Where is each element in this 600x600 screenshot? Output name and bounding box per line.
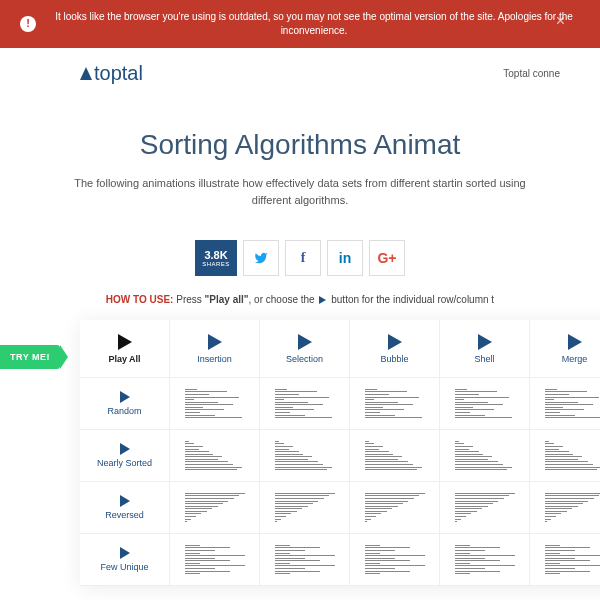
share-twitter-button[interactable] [243,240,279,276]
column-insertion-button[interactable]: Insertion [170,320,260,378]
hero-section: Sorting Algorithms Animat The following … [0,94,600,218]
share-count-box: 3.8K SHARES [195,240,237,276]
bars-icon [455,438,515,473]
toptal-logo[interactable]: toptal [80,62,143,85]
anim-random-insertion[interactable] [170,378,260,430]
column-selection-button[interactable]: Selection [260,320,350,378]
play-icon [388,334,402,350]
anim-few-bubble[interactable] [350,534,440,586]
bars-icon [275,386,335,421]
anim-random-merge[interactable] [530,378,600,430]
bars-icon [455,542,515,577]
play-icon [120,547,130,559]
anim-few-shell[interactable] [440,534,530,586]
anim-reversed-shell[interactable] [440,482,530,534]
bars-icon [455,386,515,421]
play-icon [319,296,326,304]
bars-icon [545,490,601,525]
bars-icon [275,490,335,525]
play-icon [298,334,312,350]
share-count-label: SHARES [202,261,230,267]
anim-nearly-merge[interactable] [530,430,600,482]
bars-icon [275,542,335,577]
column-bubble-button[interactable]: Bubble [350,320,440,378]
tagline-text: Toptal conne [503,68,560,79]
bars-icon [545,438,601,473]
bars-icon [365,386,425,421]
anim-nearly-bubble[interactable] [350,430,440,482]
anim-reversed-bubble[interactable] [350,482,440,534]
anim-reversed-selection[interactable] [260,482,350,534]
close-icon[interactable]: × [556,10,565,32]
bars-icon [185,490,245,525]
bars-icon [545,386,601,421]
play-icon [120,495,130,507]
play-icon [568,334,582,350]
page-title: Sorting Algorithms Animat [40,129,560,161]
alert-message: It looks like the browser you're using i… [48,10,580,38]
anim-reversed-insertion[interactable] [170,482,260,534]
googleplus-icon: G+ [377,250,396,266]
bars-icon [365,438,425,473]
anim-few-selection[interactable] [260,534,350,586]
row-reversed-button[interactable]: Reversed [80,482,170,534]
play-icon [120,443,130,455]
bars-icon [185,438,245,473]
bars-icon [455,490,515,525]
anim-random-shell[interactable] [440,378,530,430]
anim-random-selection[interactable] [260,378,350,430]
row-random-button[interactable]: Random [80,378,170,430]
column-merge-button[interactable]: Merge [530,320,600,378]
share-count-number: 3.8K [204,249,227,261]
how-to-use-text: HOW TO USE: Press "Play all", or choose … [0,294,600,305]
bars-icon [185,542,245,577]
anim-few-insertion[interactable] [170,534,260,586]
anim-random-bubble[interactable] [350,378,440,430]
share-googleplus-button[interactable]: G+ [369,240,405,276]
bars-icon [185,386,245,421]
share-bar: 3.8K SHARES f in G+ [0,240,600,276]
row-nearly-sorted-button[interactable]: Nearly Sorted [80,430,170,482]
anim-nearly-shell[interactable] [440,430,530,482]
play-all-label: Play All [108,354,140,364]
outdated-browser-alert: ! It looks like the browser you're using… [0,0,600,48]
anim-nearly-selection[interactable] [260,430,350,482]
page-subtitle: The following animations illustrate how … [70,175,530,208]
bars-icon [275,438,335,473]
facebook-icon: f [301,250,306,266]
twitter-icon [254,251,268,265]
howto-prefix: HOW TO USE: [106,294,174,305]
anim-nearly-insertion[interactable] [170,430,260,482]
animation-grid: Play All Insertion Selection Bubble Shel… [80,320,600,586]
share-linkedin-button[interactable]: in [327,240,363,276]
column-shell-button[interactable]: Shell [440,320,530,378]
play-icon [478,334,492,350]
warning-icon: ! [20,16,36,32]
linkedin-icon: in [339,250,351,266]
top-bar: toptal Toptal conne [0,54,600,94]
play-icon [208,334,222,350]
logo-text: toptal [94,62,143,85]
bars-icon [365,490,425,525]
anim-reversed-merge[interactable] [530,482,600,534]
try-me-badge[interactable]: TRY ME! [0,345,60,369]
share-facebook-button[interactable]: f [285,240,321,276]
anim-few-merge[interactable] [530,534,600,586]
play-icon [120,391,130,403]
row-few-unique-button[interactable]: Few Unique [80,534,170,586]
logo-triangle-icon [80,67,92,80]
bars-icon [365,542,425,577]
bars-icon [545,542,601,577]
play-all-button[interactable]: Play All [80,320,170,378]
play-icon [118,334,132,350]
